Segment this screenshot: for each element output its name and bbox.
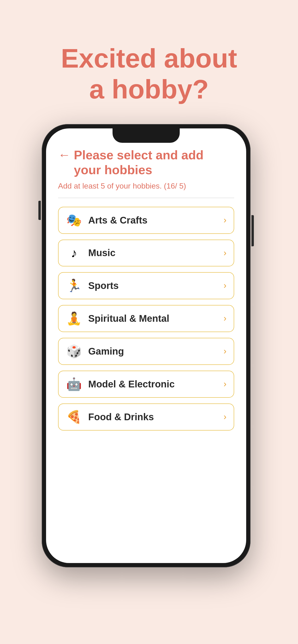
hobby-emoji-sports: 🏃 [66, 278, 83, 293]
hobby-left-arts-crafts: 🎭 Arts & Crafts [66, 213, 147, 228]
hobby-left-model-electronic: 🤖 Model & Electronic [66, 377, 175, 392]
back-row: ← Please select and add your hobbies [58, 148, 234, 178]
hobby-item-spiritual[interactable]: 🧘 Spiritual & Mental › [58, 305, 234, 332]
chevron-icon-gaming: › [224, 346, 226, 356]
phone-screen: ← Please select and add your hobbies Add… [46, 128, 246, 563]
hobby-left-spiritual: 🧘 Spiritual & Mental [66, 311, 169, 326]
hobby-emoji-food-drinks: 🍕 [66, 410, 83, 424]
hobby-name-food-drinks: Food & Drinks [88, 412, 154, 422]
hobby-left-music: ♪ Music [66, 246, 115, 260]
divider [58, 198, 234, 198]
hobby-item-sports[interactable]: 🏃 Sports › [58, 272, 234, 299]
hobby-left-sports: 🏃 Sports [66, 278, 119, 293]
page-headline: Excited about a hobby? [42, 43, 256, 105]
hobby-emoji-model-electronic: 🤖 [66, 377, 83, 392]
chevron-icon-sports: › [224, 280, 226, 290]
hobby-name-sports: Sports [88, 280, 119, 291]
hobby-emoji-music: ♪ [66, 246, 83, 260]
hobby-item-arts-crafts[interactable]: 🎭 Arts & Crafts › [58, 207, 234, 234]
hobby-name-music: Music [88, 248, 115, 258]
hobby-item-gaming[interactable]: 🎲 Gaming › [58, 338, 234, 365]
hobby-item-model-electronic[interactable]: 🤖 Model & Electronic › [58, 371, 234, 398]
phone-notch [112, 128, 180, 143]
chevron-icon-music: › [224, 248, 226, 258]
chevron-icon-arts-crafts: › [224, 215, 226, 225]
screen-heading: Please select and add your hobbies [74, 148, 204, 178]
hobby-name-gaming: Gaming [88, 346, 124, 357]
subtitle-text: Add at least 5 of your hobbies. (16/ 5) [58, 182, 234, 190]
hobby-emoji-arts-crafts: 🎭 [66, 213, 83, 228]
hobby-name-model-electronic: Model & Electronic [88, 379, 175, 390]
back-arrow-icon[interactable]: ← [58, 148, 71, 161]
page-background: Excited about a hobby? ← Please select a… [42, 0, 256, 567]
phone-frame: ← Please select and add your hobbies Add… [42, 124, 250, 567]
screen-content: ← Please select and add your hobbies Add… [46, 128, 246, 563]
hobby-item-music[interactable]: ♪ Music › [58, 240, 234, 266]
chevron-icon-model-electronic: › [224, 379, 226, 389]
hobby-name-arts-crafts: Arts & Crafts [88, 215, 147, 226]
hobby-list: 🎭 Arts & Crafts › ♪ Music › 🏃 Sports › 🧘… [58, 207, 234, 430]
chevron-icon-spiritual: › [224, 314, 226, 324]
hobby-name-spiritual: Spiritual & Mental [88, 313, 169, 324]
hobby-left-food-drinks: 🍕 Food & Drinks [66, 410, 154, 424]
hobby-emoji-gaming: 🎲 [66, 344, 83, 359]
chevron-icon-food-drinks: › [224, 412, 226, 422]
hobby-item-food-drinks[interactable]: 🍕 Food & Drinks › [58, 404, 234, 430]
hobby-left-gaming: 🎲 Gaming [66, 344, 124, 359]
hobby-emoji-spiritual: 🧘 [66, 311, 83, 326]
